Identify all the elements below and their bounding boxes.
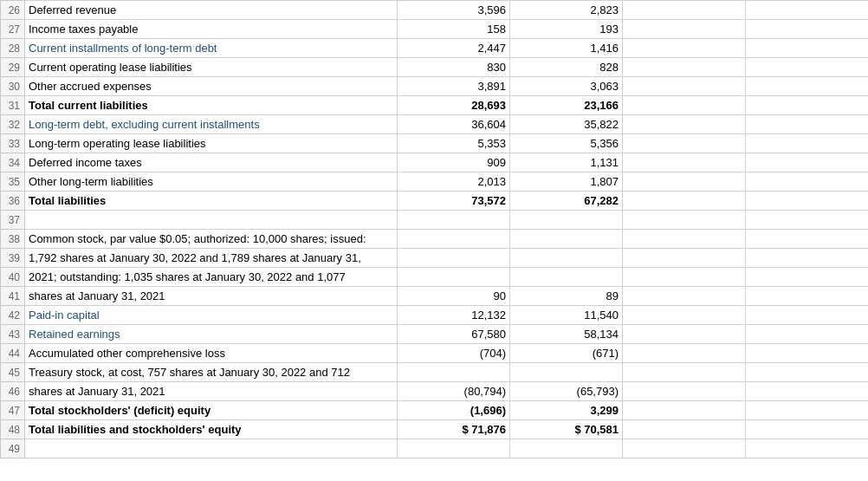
row-label: 2021; outstanding: 1,035 shares at Janua…	[25, 268, 398, 287]
table-row: 37	[1, 211, 869, 230]
table-row: 44Accumulated other comprehensive loss(7…	[1, 344, 869, 363]
row-number: 33	[1, 134, 25, 153]
row-number: 39	[1, 249, 25, 268]
empty-col3	[623, 1, 746, 20]
table-row: 49	[1, 439, 869, 458]
value-col2: 89	[510, 287, 623, 306]
value-col1: 830	[398, 58, 510, 77]
value-col2: $ 70,581	[510, 420, 623, 439]
row-label: Deferred income taxes	[25, 153, 398, 172]
value-col2: 1,807	[510, 172, 623, 192]
row-number: 28	[1, 39, 25, 58]
empty-col4	[746, 268, 869, 287]
row-number: 31	[1, 96, 25, 115]
value-col2	[510, 439, 623, 458]
empty-col3	[623, 325, 746, 344]
row-number: 26	[1, 1, 25, 20]
empty-col4	[746, 20, 869, 39]
value-col2	[510, 249, 623, 268]
row-label: Long-term operating lease liabilities	[25, 134, 398, 153]
empty-col4	[746, 77, 869, 96]
value-col1	[398, 363, 510, 382]
row-label: Accumulated other comprehensive loss	[25, 344, 398, 363]
table-row: 34Deferred income taxes9091,131	[1, 153, 869, 172]
row-number: 42	[1, 306, 25, 325]
row-number: 46	[1, 382, 25, 401]
row-number: 30	[1, 77, 25, 96]
empty-col4	[746, 344, 869, 363]
value-col1: 67,580	[398, 325, 510, 344]
empty-col3	[623, 230, 746, 249]
value-col2: 67,282	[510, 192, 623, 211]
table-row: 47Total stockholders' (deficit) equity(1…	[1, 401, 869, 420]
value-col2: 1,131	[510, 153, 623, 172]
empty-col4	[746, 115, 869, 134]
value-col2: 58,134	[510, 325, 623, 344]
table-row: 42Paid-in capital12,13211,540	[1, 306, 869, 325]
empty-col3	[623, 211, 746, 230]
value-col1: 3,596	[398, 1, 510, 20]
value-col1: 909	[398, 153, 510, 172]
value-col2: 2,823	[510, 1, 623, 20]
table-row: 36Total liabilities73,57267,282	[1, 192, 869, 211]
row-number: 37	[1, 211, 25, 230]
table-row: 33Long-term operating lease liabilities5…	[1, 134, 869, 153]
empty-col3	[623, 153, 746, 172]
table-row: 43Retained earnings67,58058,134	[1, 325, 869, 344]
financial-table: 26Deferred revenue3,5962,82327Income tax…	[0, 0, 868, 458]
table-row: 31Total current liabilities28,69323,166	[1, 96, 869, 115]
empty-col3	[623, 96, 746, 115]
empty-col3	[623, 134, 746, 153]
empty-col3	[623, 420, 746, 439]
empty-col3	[623, 115, 746, 134]
empty-col4	[746, 211, 869, 230]
value-col1	[398, 439, 510, 458]
value-col2: 11,540	[510, 306, 623, 325]
row-label: Deferred revenue	[25, 1, 398, 20]
empty-col3	[623, 172, 746, 192]
value-col1: 158	[398, 20, 510, 39]
value-col2: 193	[510, 20, 623, 39]
row-number: 45	[1, 363, 25, 382]
value-col2	[510, 211, 623, 230]
empty-col4	[746, 382, 869, 401]
table-row: 38Common stock, par value $0.05; authori…	[1, 230, 869, 249]
value-col2: 3,063	[510, 77, 623, 96]
table-row: 41shares at January 31, 20219089	[1, 287, 869, 306]
value-col1: 36,604	[398, 115, 510, 134]
empty-col3	[623, 401, 746, 420]
value-col1: (80,794)	[398, 382, 510, 401]
empty-col4	[746, 96, 869, 115]
row-label: shares at January 31, 2021	[25, 287, 398, 306]
value-col2	[510, 363, 623, 382]
row-number: 34	[1, 153, 25, 172]
row-number: 35	[1, 172, 25, 192]
empty-col3	[623, 249, 746, 268]
row-number: 29	[1, 58, 25, 77]
row-label: Total current liabilities	[25, 96, 398, 115]
value-col1	[398, 249, 510, 268]
value-col1: (704)	[398, 344, 510, 363]
table-row: 402021; outstanding: 1,035 shares at Jan…	[1, 268, 869, 287]
value-col1: $ 71,876	[398, 420, 510, 439]
empty-col4	[746, 1, 869, 20]
value-col2: 35,822	[510, 115, 623, 134]
empty-col3	[623, 192, 746, 211]
value-col1: 90	[398, 287, 510, 306]
row-label: Other accrued expenses	[25, 77, 398, 96]
spreadsheet-container: 26Deferred revenue3,5962,82327Income tax…	[0, 0, 868, 458]
table-row: 48Total liabilities and stockholders' eq…	[1, 420, 869, 439]
row-label	[25, 211, 398, 230]
row-number: 47	[1, 401, 25, 420]
value-col2: 828	[510, 58, 623, 77]
empty-col3	[623, 268, 746, 287]
table-row: 35Other long-term liabilities2,0131,807	[1, 172, 869, 192]
value-col2	[510, 230, 623, 249]
row-number: 40	[1, 268, 25, 287]
empty-col3	[623, 39, 746, 58]
empty-col3	[623, 77, 746, 96]
empty-col4	[746, 249, 869, 268]
empty-col4	[746, 58, 869, 77]
row-number: 27	[1, 20, 25, 39]
value-col2: (671)	[510, 344, 623, 363]
